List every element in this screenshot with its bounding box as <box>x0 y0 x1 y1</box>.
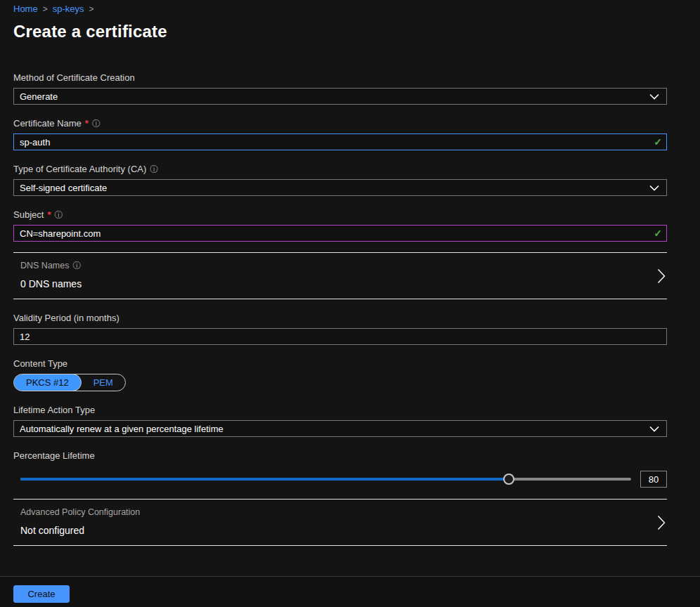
content-type-label-text: Content Type <box>13 358 67 369</box>
lifetime-action-dropdown[interactable]: Automatically renew at a given percentag… <box>13 420 667 437</box>
breadcrumb: Home > sp-keys > <box>13 0 667 14</box>
method-label-text: Method of Certificate Creation <box>13 72 135 83</box>
subject-input[interactable] <box>13 225 667 242</box>
ca-type-label-text: Type of Certificate Authority (CA) <box>13 164 146 174</box>
advanced-policy-label: Advanced Policy Configuration <box>20 507 660 517</box>
breadcrumb-separator: > <box>43 4 48 14</box>
certificate-name-field-group: Certificate Name * ⓘ ✓ <box>13 118 667 150</box>
method-label: Method of Certificate Creation <box>13 72 667 83</box>
certificate-name-label: Certificate Name * ⓘ <box>13 118 667 129</box>
chevron-down-icon <box>649 185 659 191</box>
validity-field-group: Validity Period (in months) <box>13 313 667 345</box>
breadcrumb-separator: > <box>89 4 94 14</box>
slider-thumb[interactable] <box>503 474 514 485</box>
advanced-policy-value: Not configured <box>20 525 660 536</box>
chevron-down-icon <box>649 93 659 100</box>
method-dropdown[interactable]: Generate <box>13 88 667 105</box>
advanced-policy-section[interactable]: Advanced Policy Configuration Not config… <box>13 499 667 546</box>
required-asterisk: * <box>47 209 51 220</box>
dns-names-label: DNS Names ⓘ <box>20 261 660 270</box>
slider-fill <box>20 478 509 481</box>
dns-names-label-text: DNS Names <box>20 261 69 270</box>
lifetime-action-field-group: Lifetime Action Type Automatically renew… <box>13 405 667 437</box>
percentage-lifetime-slider-row: 80 <box>13 471 667 488</box>
lifetime-action-label-text: Lifetime Action Type <box>13 405 95 415</box>
main-content: Home > sp-keys > Create a certificate Me… <box>13 0 667 576</box>
lifetime-action-label: Lifetime Action Type <box>13 405 667 415</box>
certificate-name-label-text: Certificate Name <box>13 118 82 129</box>
method-field-group: Method of Certificate Creation Generate <box>13 72 667 105</box>
certificate-name-input[interactable] <box>13 133 667 150</box>
percentage-lifetime-label-text: Percentage Lifetime <box>13 450 95 461</box>
info-icon[interactable]: ⓘ <box>54 211 63 219</box>
chevron-right-icon <box>657 515 666 530</box>
percentage-lifetime-value: 80 <box>640 471 667 488</box>
content-type-option-pem[interactable]: PEM <box>82 374 125 391</box>
content-type-toggle: PKCS #12 PEM <box>13 374 126 391</box>
breadcrumb-link-home[interactable]: Home <box>13 4 38 14</box>
info-icon[interactable]: ⓘ <box>92 119 101 128</box>
validity-label: Validity Period (in months) <box>13 313 667 323</box>
content-type-option-pkcs12[interactable]: PKCS #12 <box>13 374 82 391</box>
info-icon[interactable]: ⓘ <box>72 261 81 270</box>
method-dropdown-value: Generate <box>20 91 58 102</box>
subject-field-group: Subject * ⓘ ✓ <box>13 209 667 242</box>
required-asterisk: * <box>85 118 89 129</box>
dns-names-section[interactable]: DNS Names ⓘ 0 DNS names <box>13 252 667 299</box>
ca-type-field-group: Type of Certificate Authority (CA) ⓘ Sel… <box>13 164 667 196</box>
percentage-lifetime-label: Percentage Lifetime <box>13 450 667 461</box>
chevron-down-icon <box>649 426 659 432</box>
percentage-lifetime-field-group: Percentage Lifetime 80 <box>13 450 667 488</box>
subject-label: Subject * ⓘ <box>13 209 667 220</box>
breadcrumb-link-sp-keys[interactable]: sp-keys <box>53 4 84 14</box>
subject-label-text: Subject <box>13 209 44 220</box>
validity-input[interactable] <box>13 328 667 345</box>
content-type-label: Content Type <box>13 358 667 369</box>
percentage-lifetime-slider[interactable] <box>20 474 631 485</box>
ca-type-dropdown-value: Self-signed certificate <box>20 183 107 193</box>
ca-type-label: Type of Certificate Authority (CA) ⓘ <box>13 164 667 174</box>
chevron-right-icon <box>657 268 666 284</box>
validity-label-text: Validity Period (in months) <box>13 313 119 323</box>
advanced-policy-label-text: Advanced Policy Configuration <box>20 507 140 517</box>
ca-type-dropdown[interactable]: Self-signed certificate <box>13 179 667 196</box>
lifetime-action-dropdown-value: Automatically renew at a given percentag… <box>20 424 223 434</box>
content-type-field-group: Content Type PKCS #12 PEM <box>13 358 667 391</box>
certificate-form: Method of Certificate Creation Generate … <box>13 72 667 546</box>
create-button[interactable]: Create <box>13 585 70 603</box>
page-title: Create a certificate <box>13 22 667 41</box>
dns-names-value: 0 DNS names <box>20 278 660 289</box>
info-icon[interactable]: ⓘ <box>150 165 158 174</box>
footer-bar: Create <box>0 576 700 607</box>
